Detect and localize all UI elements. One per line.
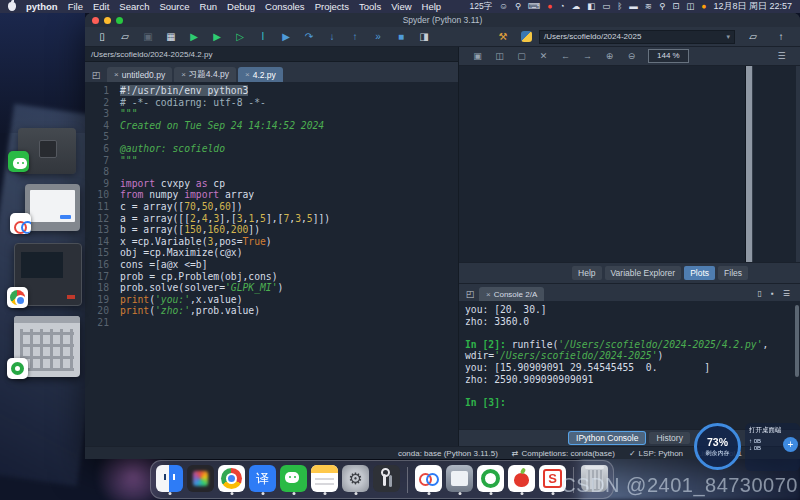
screen-mirroring-icon[interactable]: ▭ — [602, 2, 610, 11]
stage-manager-icon[interactable]: ◧ — [587, 2, 595, 11]
add-button[interactable]: + — [783, 437, 798, 452]
plot-canvas[interactable] — [459, 66, 746, 262]
airplay-icon[interactable]: ◔ — [559, 2, 564, 11]
control-center-icon[interactable]: ◫ — [686, 2, 694, 11]
browse-tabs-icon[interactable]: ◰ — [463, 289, 477, 299]
dock-wechat[interactable] — [280, 463, 307, 496]
menubar-clock[interactable]: 12月8日 周日 22:57 — [713, 0, 792, 13]
editor-tab-untitled0.py[interactable]: ×untitled0.py — [107, 67, 172, 82]
display-icon[interactable]: ⊡ — [672, 2, 679, 11]
memory-gauge[interactable]: 73% 剩余内存 — [694, 423, 741, 470]
plot-thumbnails-list[interactable] — [752, 66, 796, 262]
pane-tab-variable-explorer[interactable]: Variable Explorer — [605, 266, 682, 280]
menu-item-tools[interactable]: Tools — [359, 1, 381, 12]
close-icon[interactable]: × — [486, 290, 491, 299]
plots-options-menu-icon[interactable]: ☰ — [771, 49, 792, 63]
tab-ipython-console[interactable]: IPython Console — [569, 432, 645, 444]
close-icon[interactable]: × — [114, 70, 119, 79]
close-icon[interactable]: × — [181, 70, 186, 79]
maximize-pane-icon[interactable]: ◨ — [413, 29, 435, 44]
dock-chrome[interactable] — [218, 463, 245, 496]
run-cell-icon[interactable]: ▶ — [206, 29, 228, 44]
open-file-icon[interactable]: ▱ — [114, 29, 136, 44]
new-console-icon[interactable]: ▯ — [758, 289, 762, 298]
save-all-icon[interactable]: ▦ — [160, 29, 182, 44]
options-menu-icon[interactable]: ☰ — [783, 289, 790, 298]
pane-tab-help[interactable]: Help — [572, 266, 601, 280]
close-icon[interactable]: × — [245, 70, 250, 79]
dock-settings[interactable]: ⚙ — [342, 463, 369, 496]
next-plot-icon[interactable]: → — [577, 49, 598, 63]
lsp-status[interactable]: ✓ LSP: Python — [629, 449, 683, 458]
conda-env-status[interactable]: conda: base (Python 3.11.5) — [398, 449, 498, 458]
menu-item-projects[interactable]: Projects — [315, 1, 349, 12]
menu-item-edit[interactable]: Edit — [93, 1, 109, 12]
completions-status[interactable]: ⇄ Completions: conda(base) — [512, 449, 615, 458]
preferences-icon[interactable]: ⚒ — [492, 29, 514, 44]
plots-zoom-level[interactable]: 144 % — [648, 49, 689, 63]
pane-tab-plots[interactable]: Plots — [684, 266, 715, 280]
battery-icon[interactable]: ▬ — [629, 2, 638, 11]
interrupt-kernel-icon[interactable]: ▪ — [771, 289, 774, 298]
menu-item-consoles[interactable]: Consoles — [265, 1, 305, 12]
console-scrollbar[interactable] — [795, 305, 799, 377]
save-icon[interactable]: ▣ — [137, 29, 159, 44]
minimize-button[interactable] — [104, 17, 111, 24]
emoji-icon[interactable]: ☺ — [499, 2, 508, 11]
step-over-icon[interactable]: ↷ — [298, 29, 320, 44]
wifi-icon[interactable]: ≋ — [645, 2, 652, 11]
bluetooth-icon[interactable]: ᛒ — [617, 2, 622, 11]
titlebar[interactable]: Spyder (Python 3.11) — [85, 13, 800, 27]
close-button[interactable] — [92, 17, 99, 24]
console-output[interactable]: you: [20. 30.]zho: 3360.0In [2]: runfile… — [459, 301, 800, 429]
new-file-icon[interactable]: ▯ — [91, 29, 113, 44]
apple-menu-icon[interactable] — [8, 2, 16, 11]
cloud-icon[interactable]: ☁ — [572, 2, 581, 11]
open-dir-icon[interactable]: ▱ — [742, 29, 764, 44]
console-tab[interactable]: × Console 2/A — [479, 287, 544, 301]
debug-icon[interactable]: ▶ — [275, 29, 297, 44]
keyboard-icon[interactable]: ⌨ — [528, 2, 540, 11]
remove-plot-icon[interactable]: ▢ — [511, 49, 532, 63]
run-icon[interactable]: ▶ — [183, 29, 205, 44]
run-cell-advance-icon[interactable]: ▷ — [229, 29, 251, 44]
menu-item-run[interactable]: Run — [200, 1, 217, 12]
continue-icon[interactable]: » — [367, 29, 389, 44]
menu-item-source[interactable]: Source — [159, 1, 189, 12]
parent-dir-icon[interactable]: ↑ — [770, 29, 792, 44]
menu-item-view[interactable]: View — [391, 1, 411, 12]
menu-item-debug[interactable]: Debug — [227, 1, 255, 12]
working-directory-select[interactable]: /Users/scofieldo/2024-2025 ▾ — [539, 30, 735, 44]
input-source-indicator[interactable]: 125字 — [469, 1, 492, 13]
tab-history[interactable]: History — [649, 432, 689, 444]
step-out-icon[interactable]: ↑ — [344, 29, 366, 44]
pane-tab-files[interactable]: Files — [718, 266, 748, 280]
dock-greenring[interactable] — [477, 463, 504, 496]
step-into-icon[interactable]: ↓ — [321, 29, 343, 44]
menu-item-search[interactable]: Search — [119, 1, 149, 12]
code-editor[interactable]: 1#!/usr/bin/env python32# -*- codiarng: … — [85, 82, 458, 446]
search-icon[interactable]: ⚲ — [659, 2, 665, 11]
copy-plot-icon[interactable]: ◫ — [489, 49, 510, 63]
zoom-button[interactable] — [116, 17, 123, 24]
menu-item-file[interactable]: File — [68, 1, 83, 12]
zoom-in-icon[interactable]: ⊕ — [599, 49, 620, 63]
stop-icon[interactable]: ■ — [390, 29, 412, 44]
record-icon[interactable]: ● — [547, 2, 552, 11]
run-selection-icon[interactable]: I — [252, 29, 274, 44]
remove-all-plots-icon[interactable]: ✕ — [533, 49, 554, 63]
input-switch-icon[interactable]: ● — [701, 2, 706, 11]
dock-finder[interactable] — [156, 463, 183, 496]
menu-item-help[interactable]: Help — [422, 1, 442, 12]
stage-thumb-dialog-window[interactable] — [25, 184, 80, 231]
dock-appcircles[interactable] — [415, 463, 442, 496]
memory-panel-title[interactable]: 打开桌面端 — [749, 426, 782, 433]
zoom-out-icon[interactable]: ⊖ — [621, 49, 642, 63]
dock-keychain[interactable] — [373, 463, 400, 496]
dock-translate[interactable]: 译 — [249, 463, 276, 496]
menu-app-name[interactable]: python — [26, 1, 58, 12]
dock-launchpad[interactable] — [187, 463, 214, 496]
dock-notes[interactable] — [311, 463, 338, 496]
editor-tab-习题4.4.py[interactable]: ×习题4.4.py — [174, 67, 236, 82]
previous-plot-icon[interactable]: ← — [555, 49, 576, 63]
